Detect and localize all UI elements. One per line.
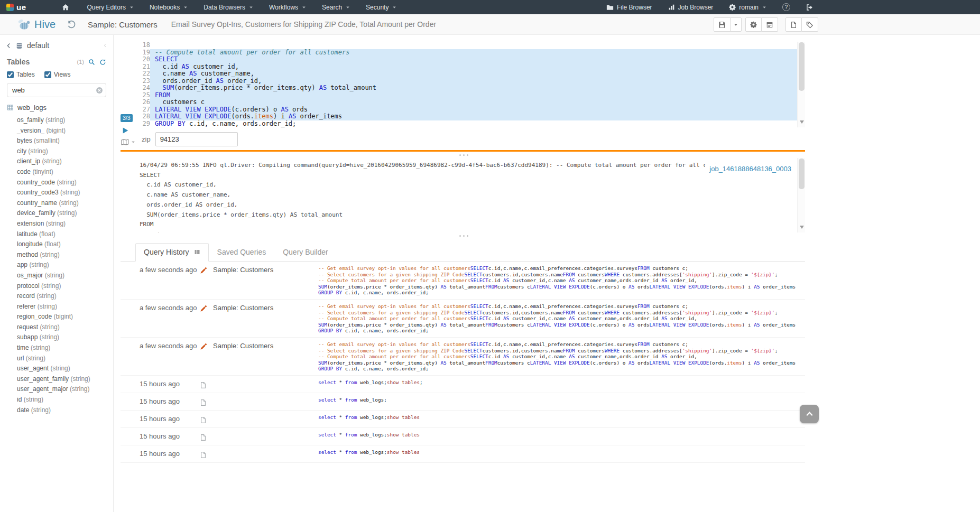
nav-security[interactable]: Security — [358, 0, 404, 14]
column-extension[interactable]: extension (string) — [17, 219, 113, 229]
tab-query-builder[interactable]: Query Builder — [274, 243, 337, 262]
column-record[interactable]: record (string) — [17, 291, 113, 302]
statement-counter-badge[interactable]: 3/3 — [121, 114, 133, 122]
clear-search-button[interactable] — [96, 87, 103, 94]
editor-line-28[interactable]: 28LATERAL VIEW EXPLODE(ords.items) i AS … — [138, 113, 797, 120]
column-os_major[interactable]: os_major (string) — [17, 271, 113, 281]
log-scrollbar-down-arrow-icon[interactable] — [800, 226, 804, 231]
column-id[interactable]: id (string) — [17, 395, 113, 405]
column-bytes[interactable]: bytes (smallint) — [17, 136, 113, 146]
logout-button[interactable] — [798, 0, 821, 14]
database-name[interactable]: default — [27, 41, 49, 50]
column-country_code[interactable]: country_code (string) — [17, 178, 113, 188]
history-row[interactable]: 15 hours agoselect * from web_logs;show … — [121, 376, 805, 393]
column-code[interactable]: code (tinyint) — [17, 167, 113, 178]
nav-data-browsers[interactable]: Data Browsers — [196, 0, 261, 14]
editor-line-24[interactable]: 24 SUM(order_items.price * order_items.q… — [138, 85, 797, 92]
column-longitude[interactable]: longitude (float) — [17, 239, 113, 250]
save-dropdown-button[interactable] — [730, 17, 742, 32]
history-row[interactable]: a few seconds agoSample: Customers-- Get… — [121, 300, 805, 338]
column-referer[interactable]: referer (string) — [17, 302, 113, 312]
scroll-top-button[interactable] — [800, 405, 819, 423]
save-button[interactable] — [714, 17, 731, 32]
column-user_agent_family[interactable]: user_agent_family (string) — [17, 374, 113, 385]
table-filter-input[interactable] — [7, 83, 106, 97]
home-button[interactable] — [55, 0, 76, 14]
nav-query-editors[interactable]: Query Editors — [79, 0, 142, 14]
column-request[interactable]: request (string) — [17, 322, 113, 333]
filter-tables[interactable]: Tables — [7, 71, 35, 78]
schedule-button[interactable] — [761, 17, 778, 32]
views-checkbox[interactable] — [44, 71, 51, 78]
scrollbar-down-arrow-icon[interactable] — [800, 120, 804, 126]
column-protocol[interactable]: protocol (string) — [17, 281, 113, 292]
log-scrollbar-thumb[interactable] — [799, 159, 805, 189]
hive-app-link[interactable]: Hive — [17, 18, 56, 31]
table-web-logs[interactable]: web_logs — [0, 98, 113, 113]
column-user_agent_major[interactable]: user_agent_major (string) — [17, 384, 113, 395]
nav-workflows[interactable]: Workflows — [261, 0, 314, 14]
resize-handle-2[interactable] — [121, 232, 805, 239]
column-country_code3[interactable]: country_code3 (string) — [17, 188, 113, 198]
editor-scrollbar[interactable] — [797, 42, 805, 127]
column-url[interactable]: url (string) — [17, 353, 113, 364]
settings-button[interactable] — [745, 17, 762, 32]
execute-button[interactable] — [122, 125, 129, 135]
column-method[interactable]: method (string) — [17, 250, 113, 260]
column-user_agent[interactable]: user_agent (string) — [17, 364, 113, 374]
log-scrollbar[interactable] — [797, 158, 805, 232]
query-history-button[interactable] — [67, 20, 76, 29]
history-row[interactable]: a few seconds agoSample: Customers-- Get… — [121, 338, 805, 376]
assist-back-button[interactable] — [6, 42, 12, 49]
column-country_name[interactable]: country_name (string) — [17, 198, 113, 209]
assist-search-button[interactable] — [88, 59, 95, 66]
column-app[interactable]: app (string) — [17, 260, 113, 271]
editor-line-29[interactable]: 29GROUP BY c.id, c.name, ords.order_id; — [138, 120, 797, 128]
editor-assist-button[interactable] — [121, 138, 135, 146]
editor-line-26[interactable]: 26 customers c — [138, 99, 797, 106]
history-row[interactable]: a few seconds agoSample: Customers-- Get… — [121, 262, 805, 300]
nav-search[interactable]: Search — [314, 0, 358, 14]
column-device_family[interactable]: device_family (string) — [17, 208, 113, 219]
editor-line-22[interactable]: 22 c.name AS customer_name, — [138, 70, 797, 78]
assist-collapse-button[interactable] — [103, 42, 107, 49]
hue-logo[interactable]: ue — [0, 3, 35, 12]
editor-line-20[interactable]: 20SELECT — [138, 56, 797, 63]
editor-lines[interactable]: 1819-- Compute total amount per order fo… — [138, 42, 797, 127]
nav-romain[interactable]: romain — [721, 0, 774, 14]
nav-notebooks[interactable]: Notebooks — [142, 0, 196, 14]
assist-refresh-button[interactable] — [99, 59, 106, 66]
help-button[interactable]: ? — [774, 0, 798, 14]
history-row[interactable]: 15 hours agoselect * from web_logs;show … — [121, 411, 805, 428]
column-_version_[interactable]: _version_ (bigint) — [17, 126, 113, 136]
column-date[interactable]: date (string) — [17, 405, 113, 416]
tab-saved-queries[interactable]: Saved Queries — [209, 243, 275, 262]
column-subapp[interactable]: subapp (string) — [17, 332, 113, 343]
editor-line-27[interactable]: 27LATERAL VIEW EXPLODE(c.orders) o AS or… — [138, 106, 797, 114]
history-row[interactable]: 15 hours agoselect * from web_logs; — [121, 393, 805, 411]
tables-checkbox[interactable] — [7, 71, 14, 78]
editor-line-19[interactable]: 19-- Compute total amount per order for … — [138, 49, 797, 57]
nav-file-browser[interactable]: File Browser — [598, 0, 660, 14]
editor-line-21[interactable]: 21 c.id AS customer_id, — [138, 63, 797, 71]
column-city[interactable]: city (string) — [17, 146, 113, 157]
history-row[interactable]: 15 hours agoselect * from web_logs;show … — [121, 428, 805, 445]
column-latitude[interactable]: latitude (float) — [17, 229, 113, 240]
new-document-button[interactable] — [785, 17, 802, 32]
scrollbar-thumb[interactable] — [799, 42, 805, 91]
query-title[interactable]: Sample: Customers — [88, 20, 158, 29]
tab-query-history[interactable]: Query History — [135, 243, 209, 262]
tags-button[interactable] — [801, 17, 818, 32]
job-link[interactable]: job_1461888648136_0003 — [705, 163, 796, 174]
nav-job-browser[interactable]: Job Browser — [660, 0, 722, 14]
column-os_family[interactable]: os_family (string) — [17, 115, 113, 126]
editor-line-18[interactable]: 18 — [138, 42, 797, 49]
variable-input[interactable] — [155, 132, 238, 146]
editor-line-23[interactable]: 23 ords.order_id AS order_id, — [138, 78, 797, 85]
column-client_ip[interactable]: client_ip (string) — [17, 156, 113, 167]
column-region_code[interactable]: region_code (bigint) — [17, 312, 113, 322]
history-row[interactable]: 15 hours agoselect * from web_logs;show … — [121, 445, 805, 463]
column-time[interactable]: time (string) — [17, 343, 113, 353]
resize-handle[interactable] — [121, 152, 805, 158]
editor-line-25[interactable]: 25FROM — [138, 92, 797, 99]
